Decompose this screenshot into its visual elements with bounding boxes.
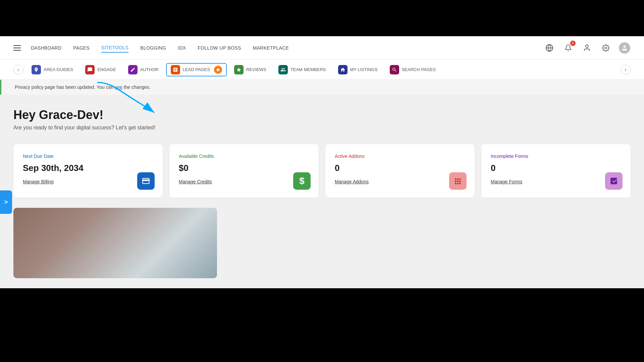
bottom-image — [13, 208, 217, 278]
tab-my-listings[interactable]: MY LISTINGS — [333, 63, 382, 76]
privacy-see-link[interactable]: see — [115, 84, 122, 90]
svg-point-4 — [624, 45, 626, 48]
tab-team-members-label: TEAM MEMBERS — [290, 67, 326, 72]
tab-my-listings-label: MY LISTINGS — [350, 67, 378, 72]
greeting-subtitle: Are you ready to find your digital succe… — [13, 125, 631, 131]
manage-addons-link[interactable]: Manage Addons — [335, 179, 369, 184]
nav-followup[interactable]: FOLLOW UP BOSS — [198, 44, 241, 52]
image-overlay — [13, 208, 217, 278]
active-addons-value: 0 — [335, 163, 465, 173]
author-icon — [128, 65, 138, 74]
reviews-icon — [234, 65, 244, 74]
nav-pages[interactable]: PAGES — [73, 44, 90, 52]
nav-blogging[interactable]: BLOGGING — [140, 44, 166, 52]
tab-engage[interactable]: ENGAGE — [80, 63, 121, 76]
content-area: DASHBOARD PAGES SITETOOLS BLOGGING IDX F… — [0, 36, 644, 288]
next-due-date-card: Next Due Date Sep 30th, 2034 Manage Bill… — [13, 144, 163, 198]
credits-icon: $ — [293, 172, 311, 190]
privacy-notice: Privacy policy page has been updated. Yo… — [0, 80, 644, 95]
nav-items: DASHBOARD PAGES SITETOOLS BLOGGING IDX F… — [31, 43, 543, 53]
nav-bar: DASHBOARD PAGES SITETOOLS BLOGGING IDX F… — [0, 36, 644, 60]
tab-author[interactable]: AUTHOR — [123, 63, 163, 76]
manage-billing-link[interactable]: Manage Billing — [23, 179, 54, 184]
incomplete-forms-value: 0 — [491, 163, 621, 173]
tab-search-pages[interactable]: SEARCH PAGES — [385, 63, 441, 76]
next-due-date-value: Sep 30th, 2034 — [23, 163, 153, 173]
greeting-title: Hey Grace-Dev! — [13, 108, 631, 122]
manage-forms-link[interactable]: Manage Forms — [491, 179, 522, 184]
nav-sitetools[interactable]: SITETOOLS — [101, 43, 128, 53]
lead-pages-icon — [171, 65, 180, 74]
tab-lead-pages[interactable]: LEAD PAGES — [166, 63, 227, 76]
svg-point-2 — [586, 45, 588, 48]
top-bar — [0, 0, 644, 36]
nav-right: 6 — [543, 42, 631, 54]
tab-reviews[interactable]: REVIEWS — [229, 63, 271, 76]
sub-nav-items: AREA GUIDES ENGAGE AUTHOR — [27, 63, 617, 76]
tab-lead-pages-label: LEAD PAGES — [183, 67, 210, 72]
available-credits-label: Available Credits — [179, 154, 309, 159]
user-circle-btn[interactable] — [581, 42, 593, 54]
globe-icon-btn[interactable] — [543, 42, 555, 54]
cards-row: Next Due Date Sep 30th, 2034 Manage Bill… — [13, 144, 631, 198]
notification-badge: 6 — [570, 41, 576, 46]
available-credits-value: $0 — [179, 163, 309, 173]
tab-author-label: AUTHOR — [140, 67, 159, 72]
manage-credits-link[interactable]: Manage Credits — [179, 179, 212, 184]
incomplete-forms-label: Incomplete Forms — [491, 154, 621, 159]
addons-icon — [449, 172, 467, 190]
area-guides-icon — [32, 65, 41, 74]
tab-reviews-label: REVIEWS — [246, 67, 266, 72]
tab-team-members[interactable]: TEAM MEMBERS — [274, 63, 330, 76]
tab-engage-label: ENGAGE — [97, 67, 116, 72]
search-pages-icon — [390, 65, 399, 74]
sidebar-toggle-icon: > — [4, 199, 8, 206]
incomplete-forms-card: Incomplete Forms 0 Manage Forms — [481, 144, 631, 198]
nav-idx[interactable]: IDX — [178, 44, 186, 52]
tab-search-pages-label: SEARCH PAGES — [402, 67, 436, 72]
sidebar-toggle[interactable]: > — [0, 190, 12, 214]
sub-nav-next[interactable]: › — [621, 65, 631, 75]
tab-area-guides-label: AREA GUIDES — [44, 67, 73, 72]
billing-icon — [137, 172, 155, 190]
nav-marketplace[interactable]: MARKETPLACE — [253, 44, 289, 52]
forms-icon — [605, 172, 623, 190]
active-addons-card: Active Addons 0 Manage Addons — [325, 144, 475, 198]
svg-point-3 — [605, 47, 607, 49]
page-main: Hey Grace-Dev! Are you ready to find you… — [0, 95, 644, 288]
notification-btn[interactable]: 6 — [562, 42, 574, 54]
main-wrapper: DASHBOARD PAGES SITETOOLS BLOGGING IDX F… — [0, 0, 644, 362]
avatar-btn[interactable] — [619, 42, 631, 54]
sub-nav: ‹ AREA GUIDES ENGAGE — [0, 60, 644, 80]
sub-nav-prev[interactable]: ‹ — [13, 65, 23, 75]
next-due-date-label: Next Due Date — [23, 154, 153, 159]
nav-dashboard[interactable]: DASHBOARD — [31, 44, 61, 52]
my-listings-icon — [338, 65, 347, 74]
active-addons-label: Active Addons — [335, 154, 465, 159]
available-credits-card: Available Credits $0 Manage Credits $ — [169, 144, 319, 198]
tab-area-guides[interactable]: AREA GUIDES — [27, 63, 78, 76]
engage-icon — [85, 65, 95, 74]
hamburger-menu[interactable] — [13, 45, 21, 51]
settings-btn[interactable] — [600, 42, 612, 54]
team-members-icon — [278, 65, 288, 74]
